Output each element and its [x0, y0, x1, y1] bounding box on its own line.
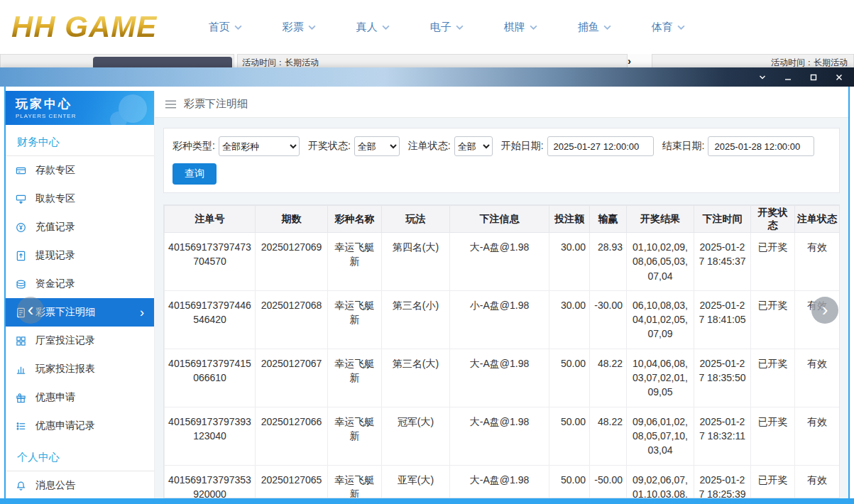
main-content: 彩票下注明细 彩种类型: 全部彩种 开奖状态: 全部 注单状态: 全部	[155, 91, 848, 498]
sidebar-item-funds-record[interactable]: 资金记录	[6, 270, 154, 298]
collapse-button[interactable]	[757, 72, 767, 82]
nav-item-fishing[interactable]: 捕鱼	[557, 21, 631, 34]
sidebar-item-withdraw[interactable]: 取款专区	[6, 185, 154, 213]
close-button[interactable]	[834, 72, 844, 82]
section-label: 个人中心	[6, 440, 154, 471]
table-cell: 401569173797415066610	[165, 349, 256, 407]
table-cell: 50.00	[549, 407, 590, 465]
table-body: 40156917379747370457020250127069幸运飞艇新第四名…	[165, 233, 840, 499]
nav-item-chess[interactable]: 棋牌	[483, 21, 557, 34]
promo-banner-strip: 活动时间：长期活动 › 活动时间：长期活动	[0, 54, 854, 67]
end-date-input[interactable]	[708, 136, 814, 156]
chevron-down-icon	[308, 25, 316, 30]
sidebar-item-label: 厅室投注记录	[35, 334, 95, 347]
table-cell: 48.22	[590, 407, 627, 465]
nav-item-label: 电子	[430, 21, 451, 34]
table-cell: 第三名(大)	[382, 349, 450, 407]
table-row: 40156917379735392000020250127065幸运飞艇新亚军(…	[165, 465, 840, 498]
promo-card[interactable]: 活动时间：长期活动	[237, 54, 628, 67]
order-status-select[interactable]: 全部	[454, 136, 493, 156]
table-cell: 2025-01-27 18:45:37	[694, 233, 751, 291]
nav-item-sports[interactable]: 体育	[631, 21, 705, 34]
maximize-button[interactable]	[809, 72, 819, 82]
cashout-icon	[16, 251, 26, 261]
table-cell: 06,10,08,03,04,01,02,05,07,09	[627, 290, 694, 349]
lottery-type-select[interactable]: 全部彩种	[219, 136, 300, 156]
promo-card[interactable]: 活动时间：长期活动	[652, 54, 854, 67]
maximize-icon	[809, 73, 818, 82]
promo-icon	[16, 393, 26, 403]
sidebar-item-promo-apply-record[interactable]: 优惠申请记录	[6, 412, 154, 440]
nav-item-label: 首页	[209, 21, 230, 34]
sidebar-item-recharge-record[interactable]: 充值记录	[6, 213, 154, 241]
table-cell: 01,10,02,09,08,06,05,03,07,04	[627, 233, 694, 291]
promo-card[interactable]	[0, 54, 234, 67]
sidebar-item-label: 资金记录	[35, 278, 75, 290]
chevron-down-icon	[530, 25, 537, 30]
nav-item-home[interactable]: 首页	[188, 21, 262, 34]
start-date-label: 开始日期:	[501, 140, 544, 153]
funds-icon	[16, 279, 26, 290]
table-cell: 2025-01-27 18:25:39	[694, 465, 751, 498]
column-header: 注单状态	[795, 206, 840, 233]
table-cell: 第四名(大)	[382, 233, 450, 291]
report-icon	[16, 364, 26, 375]
table-cell: 已开奖	[751, 465, 795, 498]
sidebar-item-message-notice[interactable]: 消息公告	[6, 471, 154, 498]
column-header: 下注信息	[450, 206, 549, 233]
table-cell: 50.00	[549, 465, 590, 498]
column-header: 开奖状态	[751, 206, 795, 233]
column-header: 期数	[256, 206, 328, 233]
window-controls	[757, 72, 844, 82]
table-cell: 大-A盘@1.98	[450, 233, 549, 291]
table-row: 40156917379747370457020250127069幸运飞艇新第四名…	[165, 233, 840, 291]
sidebar-item-cashout-record[interactable]: 提现记录	[6, 241, 154, 270]
table-cell: 大-A盘@1.98	[450, 349, 549, 407]
sidebar-item-deposit[interactable]: 存款专区	[6, 156, 154, 185]
order-status-label: 注单状态:	[408, 140, 451, 153]
table-cell: 20250127067	[256, 349, 328, 407]
carousel-prev-button[interactable]: ‹	[17, 297, 44, 324]
table-cell: 幸运飞艇新	[328, 407, 382, 465]
nav-item-label: 真人	[356, 21, 378, 34]
nav-item-electronic[interactable]: 电子	[410, 21, 483, 34]
window-titlebar	[0, 67, 854, 87]
top-navbar: HH GAME 首页彩票真人电子棋牌捕鱼体育	[0, 0, 854, 54]
table-cell: 401569173797353920000	[165, 465, 256, 498]
minimize-icon	[784, 73, 792, 82]
table-cell: 48.22	[590, 349, 627, 407]
sidebar-item-hall-bet-record[interactable]: 厅室投注记录	[6, 327, 154, 355]
sidebar-item-label: 消息公告	[35, 479, 75, 492]
table-cell: 冠军(大)	[382, 407, 450, 465]
sidebar-item-label: 取款专区	[35, 192, 75, 205]
sidebar-header: 玩家中心 PLAYERS CENTER	[6, 91, 154, 125]
chevron-down-icon	[456, 25, 464, 30]
menu-toggle-icon[interactable]	[165, 99, 177, 109]
table-cell: 401569173797473704570	[165, 233, 256, 291]
table-cell: 30.00	[549, 233, 590, 291]
table-cell: 09,02,06,07,01,10,03,08,05,04	[627, 465, 694, 498]
brand-logo[interactable]: HH GAME	[11, 10, 157, 44]
sidebar-item-label: 提现记录	[35, 249, 75, 262]
withdraw-icon	[16, 194, 26, 204]
minimize-button[interactable]	[783, 72, 793, 82]
table-cell: 已开奖	[751, 349, 795, 407]
table-cell: 小-A盘@1.98	[450, 290, 549, 349]
table-cell: 幸运飞艇新	[328, 290, 382, 349]
carousel-next-button[interactable]: ›	[811, 297, 838, 324]
table-cell: 20250127066	[256, 407, 328, 465]
chevron-down-icon	[234, 25, 242, 30]
promo-text: 活动时间：长期活动	[771, 57, 848, 67]
nav-item-label: 彩票	[283, 21, 304, 34]
table-cell: 401569173797446546420	[165, 290, 256, 349]
draw-status-select[interactable]: 全部	[354, 136, 400, 156]
nav-item-live[interactable]: 真人	[336, 21, 410, 34]
sidebar-item-player-bet-report[interactable]: 玩家投注报表	[6, 355, 154, 383]
search-button[interactable]: 查询	[173, 163, 217, 185]
sidebar-item-promo-apply[interactable]: 优惠申请	[6, 383, 154, 412]
column-header: 开奖结果	[627, 206, 694, 233]
table-cell: 亚军(大)	[382, 465, 450, 498]
start-date-input[interactable]	[547, 136, 654, 156]
banner-next-arrow[interactable]: ›	[628, 55, 631, 67]
nav-item-lottery[interactable]: 彩票	[262, 21, 336, 34]
